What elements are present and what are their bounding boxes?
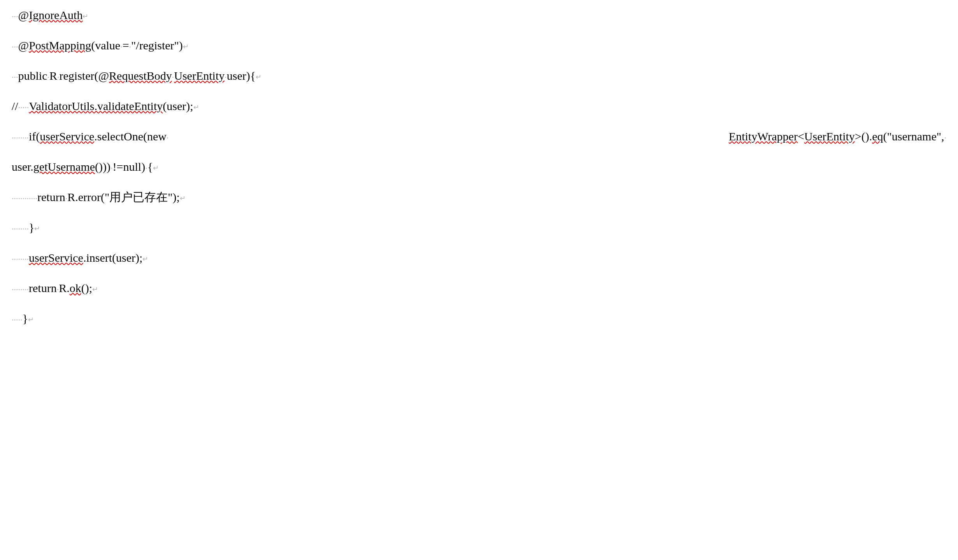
code-text: .selectOne(new xyxy=(94,130,167,143)
indent-dots: ········ xyxy=(12,133,29,143)
method-eq: eq xyxy=(872,130,883,143)
code-text: @IgnoreAuth xyxy=(18,9,83,21)
code-text: R. xyxy=(59,282,70,294)
indent-dots: ············ xyxy=(12,194,37,203)
return-mark-icon: ↵ xyxy=(28,316,34,324)
justify-gap xyxy=(169,121,729,152)
code-text: !=null) xyxy=(113,160,146,173)
code-text: user){ xyxy=(227,69,256,82)
code-text: = xyxy=(123,39,129,52)
return-mark-icon: ↵ xyxy=(183,43,189,51)
code-text: } xyxy=(23,312,28,325)
code-line-7: ········}↵ xyxy=(12,212,946,243)
return-mark-icon: ↵ xyxy=(92,285,98,293)
space-dot-icon: · xyxy=(944,133,947,143)
code-text: return xyxy=(29,282,57,294)
type-userentity: UserEntity xyxy=(804,130,855,143)
code-line-9: ········return·R.ok();↵ xyxy=(12,273,946,303)
annotation-postmapping: PostMapping xyxy=(29,39,91,52)
annotation-ignoreauth: IgnoreAuth xyxy=(29,9,82,21)
code-text: ())) xyxy=(95,160,111,173)
code-line-8: ········userService.insert(user);↵ xyxy=(12,243,946,273)
code-line-5a: ········if(userService.selectOne(new·Ent… xyxy=(12,121,946,152)
code-text: } xyxy=(29,221,34,234)
code-text: return xyxy=(37,191,65,203)
code-line-2: ···@PostMapping(value·=·"/register")↵ xyxy=(12,30,946,61)
code-text: public xyxy=(18,69,47,82)
type-entitywrapper: EntityWrapper xyxy=(729,130,798,143)
code-text: user. xyxy=(12,160,33,173)
code-text: if( xyxy=(29,130,40,143)
indent-dots: ··· xyxy=(12,12,18,21)
code-text: R xyxy=(49,69,57,82)
code-line-4: //·····ValidatorUtils.validateEntity(use… xyxy=(12,91,946,121)
return-mark-icon: ↵ xyxy=(256,73,261,81)
code-text: < xyxy=(798,130,804,143)
method-getusername: getUsername xyxy=(33,160,95,173)
indent-dots: ········ xyxy=(12,254,29,264)
code-text: @ xyxy=(18,39,29,52)
indent-dots: ····· xyxy=(18,103,29,112)
annotation-requestbody: RequestBody xyxy=(109,69,172,82)
indent-dots: ········ xyxy=(12,285,29,294)
code-text: register(@ xyxy=(60,69,109,82)
code-line-3: ···public·R·register(@RequestBody·UserEn… xyxy=(12,61,946,91)
code-text: "/register") xyxy=(131,39,183,52)
return-mark-icon: ↵ xyxy=(142,255,148,263)
var-userservice: userService xyxy=(40,130,94,143)
var-userservice: userService xyxy=(29,251,83,264)
type-userentity: UserEntity xyxy=(174,69,225,82)
code-text: .insert(user); xyxy=(83,251,142,264)
code-line-6: ············return·R.error("用户已存在");↵ xyxy=(12,182,946,212)
return-mark-icon: ↵ xyxy=(82,12,88,20)
code-text: (user); xyxy=(163,100,193,112)
method-validatorutils: ValidatorUtils.validateEntity xyxy=(29,100,163,112)
return-mark-icon: ↵ xyxy=(153,164,159,172)
code-text: (value xyxy=(91,39,120,52)
return-mark-icon: ↵ xyxy=(34,225,40,233)
code-text: >(). xyxy=(855,130,872,143)
code-line-1: ···@IgnoreAuth↵ xyxy=(12,0,946,30)
method-ok: ok xyxy=(70,282,81,294)
indent-dots: ··· xyxy=(12,42,18,52)
code-text: ("username", xyxy=(883,130,944,143)
indent-dots: ········ xyxy=(12,224,29,234)
return-mark-icon: ↵ xyxy=(180,194,186,202)
code-text: R.error("用户已存在"); xyxy=(67,191,180,203)
code-text: { xyxy=(147,160,153,173)
comment-prefix: // xyxy=(12,100,18,112)
code-text: (); xyxy=(81,282,92,294)
return-mark-icon: ↵ xyxy=(193,103,199,111)
code-line-5b: user.getUsername()))·!=null)·{↵ xyxy=(12,152,946,182)
code-line-10: ·····}↵ xyxy=(12,303,946,334)
indent-dots: ··· xyxy=(12,72,18,82)
indent-dots: ····· xyxy=(12,315,23,325)
